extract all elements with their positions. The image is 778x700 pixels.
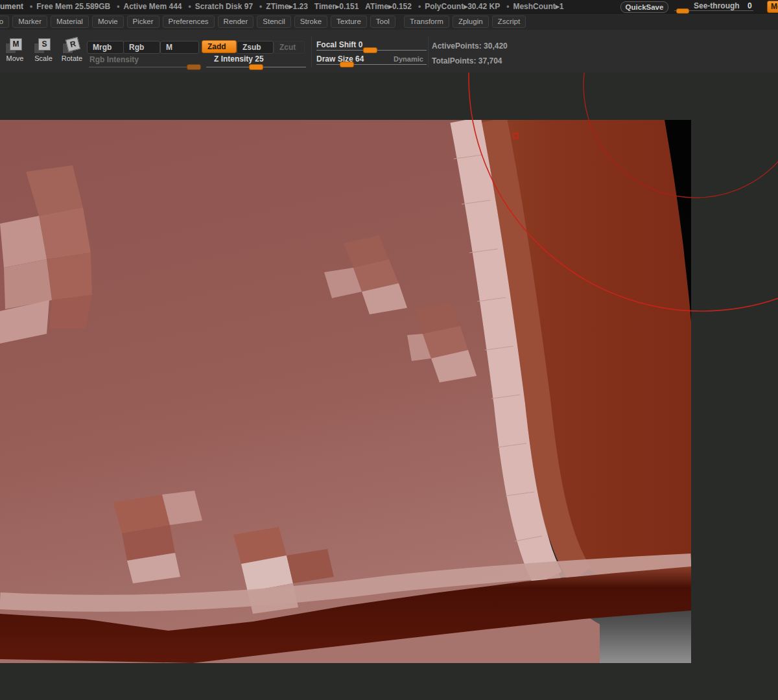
zcut-button[interactable]: Zcut xyxy=(274,41,305,54)
quicksave-button[interactable]: QuickSave xyxy=(620,1,668,13)
status-item: •PolyCount▸30.42 KP xyxy=(418,2,500,11)
menu-marker[interactable]: Marker xyxy=(12,16,47,28)
top-shelf-toolbar: M Move S Scale R Rotate Mrgb Rgb M Zadd … xyxy=(0,30,778,73)
menu-stroke[interactable]: Stroke xyxy=(294,16,327,28)
draw-size-track[interactable] xyxy=(316,64,427,65)
menu-render[interactable]: Render xyxy=(218,16,254,28)
rgb-button[interactable]: Rgb xyxy=(123,41,160,54)
toolbar-divider xyxy=(311,36,312,67)
document-menu-label[interactable]: ument xyxy=(0,2,23,11)
status-item: Timer▸0.151 xyxy=(314,2,359,11)
rgb-intensity-label: Rgb Intensity xyxy=(89,55,139,64)
active-points-stat: ActivePoints: 30,420 xyxy=(432,41,508,51)
status-item: •Scratch Disk 97 xyxy=(189,2,253,11)
total-points-stat: TotalPoints: 37,704 xyxy=(432,56,502,65)
status-item: •MeshCount▸1 xyxy=(506,2,563,11)
m-button[interactable]: M xyxy=(160,41,199,54)
status-item: ATime▸0.152 xyxy=(365,2,412,11)
dynamic-label[interactable]: Dynamic xyxy=(394,55,423,63)
menu-picker[interactable]: Picker xyxy=(127,16,159,28)
rotate-tool-button[interactable]: R Rotate xyxy=(61,38,83,64)
rgb-intensity-handle[interactable] xyxy=(187,64,201,70)
menu-zscript[interactable]: Zscript xyxy=(492,16,526,28)
mrgb-button[interactable]: Mrgb xyxy=(87,41,124,54)
menu-preferences[interactable]: Preferences xyxy=(163,16,215,28)
mem-button[interactable]: Mem xyxy=(767,1,778,13)
menu-stencil[interactable]: Stencil xyxy=(257,16,291,28)
menu-tool[interactable]: Tool xyxy=(370,16,395,28)
zbrush-document[interactable] xyxy=(0,120,691,663)
menu-texture[interactable]: Texture xyxy=(331,16,367,28)
status-item: •ZTime▸1.23 xyxy=(259,2,308,11)
see-through-label: See-through xyxy=(694,1,740,10)
draw-size-handle[interactable] xyxy=(340,62,354,67)
focal-shift-handle[interactable] xyxy=(363,47,377,53)
see-through-slider[interactable]: See-through 0 xyxy=(674,0,753,13)
toolbar-divider xyxy=(428,36,429,67)
status-item: •Free Mem 25.589GB xyxy=(30,2,110,11)
rgb-intensity-track[interactable] xyxy=(89,67,200,67)
focal-shift-label: Focal Shift 0 xyxy=(316,40,362,49)
sculpt-mesh xyxy=(0,120,691,663)
zadd-button[interactable]: Zadd xyxy=(202,40,237,53)
see-through-value: 0 xyxy=(748,1,752,10)
scale-tool-button[interactable]: S Scale xyxy=(32,38,54,64)
menu-bar: ro Marker Material Movie Picker Preferen… xyxy=(0,14,778,30)
viewport-canvas[interactable] xyxy=(0,73,778,700)
move-tool-button[interactable]: M Move xyxy=(4,38,26,64)
z-intensity-handle[interactable] xyxy=(249,64,263,70)
menu-material[interactable]: Material xyxy=(51,16,89,28)
zsub-button[interactable]: Zsub xyxy=(237,41,274,54)
menu-transform[interactable]: Transform xyxy=(404,16,449,28)
menu-macro[interactable]: ro xyxy=(0,16,9,28)
status-item: •Active Mem 444 xyxy=(117,2,182,11)
see-through-handle[interactable] xyxy=(676,8,689,14)
menu-zplugin[interactable]: Zplugin xyxy=(453,16,489,28)
menu-movie[interactable]: Movie xyxy=(92,16,124,28)
z-intensity-label: Z Intensity 25 xyxy=(214,54,264,64)
